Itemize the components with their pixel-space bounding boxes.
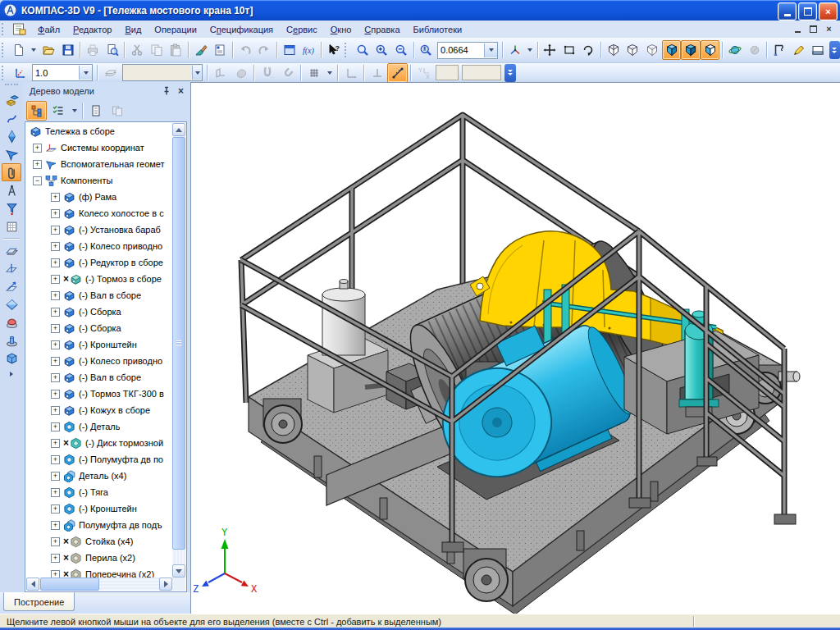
scroll-left-icon[interactable] [26,578,39,591]
zoom-in-button[interactable] [372,40,392,60]
grid-dropdown[interactable] [324,65,335,81]
undo-button[interactable] [235,40,255,60]
scroll-right-icon[interactable] [159,578,172,591]
tree-expander[interactable]: + [51,472,60,481]
tree-expander[interactable]: + [33,144,42,153]
tree-composition-view-button[interactable] [48,101,68,121]
rounding-snap-button[interactable] [387,63,408,83]
scrollbar-thumb[interactable] [172,137,185,550]
redo-button[interactable] [254,40,274,60]
tree-item[interactable]: +×Перила (x2) [26,550,172,566]
mdi-restore-icon[interactable] [807,23,819,34]
step-combo[interactable] [32,64,93,81]
menu-item[interactable]: Операции [148,23,203,36]
zoom-scale-button[interactable] [417,40,436,60]
print-button[interactable] [83,40,103,60]
tree-item[interactable]: +(-) Вал в сборе [26,369,172,386]
tree-item[interactable]: +(-) Тяга [26,484,172,500]
tree-panel-header[interactable]: Дерево модели × [23,82,190,100]
sheet-grid-icon[interactable] [2,217,21,235]
toolbar-grip[interactable] [2,66,8,80]
current-step-button[interactable] [10,63,30,83]
layer-combo[interactable] [122,64,203,81]
minimize-button[interactable] [778,2,797,21]
ortho-button[interactable] [367,63,387,83]
point-pin-icon[interactable] [2,127,21,145]
tree-item[interactable]: +Колесо холостое в с [26,205,172,221]
plane-tangent-icon[interactable] [2,295,21,313]
tree-item[interactable]: +(-) Полумуфта дв по [26,451,172,468]
plane-axis-icon[interactable] [2,259,21,277]
snap-magnet-button[interactable]: ... [257,63,277,83]
tree-item[interactable]: +(-) Тормоз ТКГ-300 в [26,386,172,402]
save-button[interactable] [58,40,78,60]
mdi-minimize-icon[interactable] [792,23,804,34]
tree-horizontal-scrollbar[interactable] [26,578,172,591]
wireframe-display-button[interactable] [604,40,623,60]
layers-button[interactable] [100,63,121,83]
coordinate-field-y[interactable] [462,65,501,80]
geometry-button[interactable] [210,63,231,83]
layer-dropdown[interactable] [192,66,202,80]
tree-item[interactable]: +×Поперечина (x2) [26,566,172,578]
tree-expander[interactable]: + [51,521,60,530]
copy-button[interactable] [147,40,167,60]
toolbar-grip[interactable] [2,43,8,57]
scroll-down-icon[interactable] [172,564,185,578]
orbit-button[interactable] [725,40,745,60]
surface-icon[interactable] [2,313,21,331]
rotate-view-button[interactable] [579,40,599,60]
perspective-display-button[interactable] [701,40,720,60]
tree-expander[interactable]: − [33,176,42,185]
menu-item[interactable]: Сервис [280,23,324,36]
tree-expander[interactable]: + [51,488,60,497]
toolbar-grip[interactable] [345,43,351,57]
new-document-dropdown[interactable] [29,42,39,58]
tree-item[interactable]: +(-) Кожух в сборе [26,402,172,418]
pin-icon[interactable] [160,84,172,97]
extrude-cube-icon[interactable] [2,349,21,368]
tree-item[interactable]: +Деталь (x4) [26,468,172,484]
equation-button[interactable]: f(x) [299,40,318,60]
zoom-area-button[interactable] [353,40,372,60]
tree-item[interactable]: +(-) Сборка [26,320,172,336]
tree-item[interactable]: +Вспомогательная геомет [26,156,172,172]
tree-expander[interactable]: + [51,258,60,267]
tree-structure-view-button[interactable] [26,101,47,121]
snap-magnet-2-button[interactable] [277,63,298,83]
tree-expander[interactable]: + [33,160,42,169]
menu-item[interactable]: Библиотеки [407,23,469,36]
tree-item[interactable]: +×(-) Диск тормозной [26,435,172,451]
coordinate-field-x[interactable] [436,65,459,80]
tree-item[interactable]: +(-) Кронштейн [26,336,172,353]
measure-compass-icon[interactable] [2,181,21,199]
context-help-button[interactable]: ? [324,40,344,60]
open-button[interactable] [39,40,58,60]
viewport-3d-model[interactable]: Y X Z [191,83,840,614]
new-document-button[interactable] [10,40,30,60]
collections-paperclip-icon[interactable] [2,163,21,181]
scrollbar-thumb[interactable] [40,578,99,591]
tree-report-button[interactable] [85,101,106,121]
tree-item[interactable]: Тележка в сборе [26,123,172,139]
tree-expander[interactable]: + [51,455,60,464]
menu-item[interactable]: Файл [31,23,66,36]
menu-item[interactable]: Спецификация [203,23,280,36]
shaded-edges-display-button[interactable] [681,40,701,60]
orientation-dropdown[interactable] [525,42,535,58]
dimensions-button[interactable] [769,40,789,60]
menu-item[interactable]: Вид [118,23,148,36]
menu-item[interactable]: Редактор [66,23,118,36]
tree-expander[interactable]: + [51,554,60,563]
tree-expander[interactable]: + [51,324,60,333]
mdi-close-icon[interactable]: × [823,23,835,34]
zoom-out-button[interactable] [391,40,411,60]
layer-input[interactable] [123,66,192,79]
tree-item[interactable]: +(-) Редуктор в сборе [26,254,172,271]
tree-expander[interactable]: + [51,209,60,218]
viewport[interactable]: Y X Z [190,82,840,614]
tree-expander[interactable]: + [51,340,60,349]
tree-item[interactable]: +×(-) Тормоз в сборе [26,271,172,287]
coordinates-button[interactable]: YX [413,63,434,83]
tree-expander[interactable]: + [51,390,60,399]
